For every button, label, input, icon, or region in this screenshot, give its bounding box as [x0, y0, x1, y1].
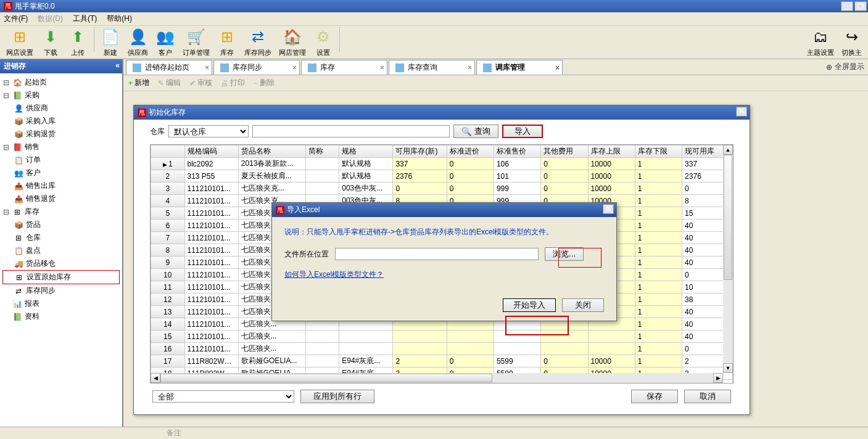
cell[interactable]: 10000: [588, 158, 635, 170]
cell[interactable]: 111210101...: [184, 318, 238, 330]
file-path-input[interactable]: [335, 248, 539, 260]
menu-item[interactable]: 工具(T): [73, 14, 97, 24]
restore-button[interactable]: ❐: [854, 1, 867, 11]
column-header[interactable]: 可用库存(新): [393, 146, 447, 158]
column-header[interactable]: 其他费用: [541, 146, 588, 158]
browse-button[interactable]: 浏览...: [545, 247, 584, 261]
action-新增[interactable]: +新增: [128, 78, 149, 88]
cell[interactable]: 111210101...: [184, 244, 238, 256]
cell[interactable]: 1: [635, 183, 682, 195]
cell[interactable]: 10000: [588, 355, 635, 367]
cell[interactable]: [305, 158, 339, 170]
cell[interactable]: 999: [494, 183, 540, 195]
scroll-up-icon[interactable]: ▲: [723, 145, 733, 155]
cell[interactable]: 4: [151, 195, 185, 207]
warehouse-select[interactable]: 默认仓库: [168, 125, 249, 137]
column-header[interactable]: 货品名称: [238, 146, 305, 158]
search-input[interactable]: [252, 125, 450, 137]
tree-item-货品移仓[interactable]: 🚚货品移仓: [2, 257, 120, 270]
cell[interactable]: 1: [635, 318, 682, 330]
cell[interactable]: [339, 330, 393, 343]
cell[interactable]: 1: [635, 256, 682, 269]
import-dialog-titlebar[interactable]: 甩 导入Excel ✕: [272, 203, 616, 217]
menu-item[interactable]: 文件(F): [4, 14, 28, 24]
action-编辑[interactable]: ✎编辑: [158, 78, 181, 88]
tree-item-采购[interactable]: ⊟📗采购: [2, 89, 120, 102]
tab-调库管理[interactable]: 调库管理×: [476, 60, 563, 75]
cell[interactable]: 1: [151, 158, 185, 170]
tree-item-订单[interactable]: 📋订单: [2, 154, 120, 166]
toolbar-供应商[interactable]: 👤供应商: [128, 27, 148, 57]
cell[interactable]: E94#灰底...: [339, 355, 393, 367]
table-row[interactable]: 16111210101...七匹狼夹...10: [151, 343, 733, 355]
cell[interactable]: 111210101...: [184, 293, 238, 306]
cell[interactable]: 1: [635, 232, 682, 244]
cell[interactable]: 17: [151, 355, 185, 367]
cell[interactable]: 111210101...: [184, 207, 238, 220]
fullscreen-toggle[interactable]: ⊕ 全屏显示: [826, 62, 864, 72]
cell[interactable]: 七匹狼夹克...: [238, 183, 305, 195]
cell[interactable]: 默认规格: [339, 158, 393, 170]
tab-close-icon[interactable]: ×: [380, 64, 384, 72]
dialog-titlebar[interactable]: 甩 初始化库存 ✕: [134, 105, 750, 120]
cell[interactable]: 0: [541, 183, 588, 195]
tree-item-采购退货[interactable]: 📦采购退货: [2, 128, 120, 141]
toolbar-库存[interactable]: ⊞库存: [217, 27, 237, 57]
cell[interactable]: [305, 170, 339, 183]
toolbar-库存同步[interactable]: ⇄库存同步: [244, 27, 271, 57]
tree-item-货品[interactable]: 📦货品: [2, 218, 120, 231]
cell[interactable]: 313 P55: [184, 170, 238, 183]
column-header[interactable]: 规格编码: [184, 146, 238, 158]
tree-item-销售出库[interactable]: 📤销售出库: [2, 179, 120, 192]
cell[interactable]: 111R802WE94S: [184, 355, 238, 367]
tree-item-库存同步[interactable]: ⇄库存同步: [2, 284, 120, 297]
cell[interactable]: 歌莉娅GOELIA...: [238, 355, 305, 367]
cell[interactable]: 2376: [393, 170, 447, 183]
import-dialog-close-button[interactable]: ✕: [603, 204, 614, 214]
tree-item-供应商[interactable]: 👤供应商: [2, 102, 120, 115]
cell[interactable]: 0: [393, 183, 447, 195]
column-header[interactable]: 库存上限: [588, 146, 635, 158]
minimize-button[interactable]: _: [841, 1, 853, 11]
tree-item-销售[interactable]: ⊟📕销售: [2, 141, 120, 154]
cell[interactable]: [541, 330, 588, 343]
cell[interactable]: [588, 330, 635, 343]
action-打印[interactable]: 🖨打印: [221, 78, 245, 88]
tree-item-客户[interactable]: 👥客户: [2, 166, 120, 179]
cell[interactable]: 0: [447, 355, 494, 367]
cell[interactable]: 111210101...: [184, 281, 238, 293]
cell[interactable]: 15: [151, 330, 185, 343]
cell[interactable]: 1: [635, 158, 682, 170]
cell[interactable]: 8: [151, 244, 185, 256]
cell[interactable]: 1: [635, 355, 682, 367]
tab-库存同步[interactable]: 库存同步×: [213, 60, 300, 75]
toolbar-切换主[interactable]: ↪切换主: [841, 27, 862, 57]
cell[interactable]: [305, 355, 339, 367]
cell[interactable]: 11: [151, 281, 185, 293]
scroll-left-icon[interactable]: ◀: [151, 373, 160, 383]
cell[interactable]: 1: [635, 281, 682, 293]
cell[interactable]: 默认规格: [339, 170, 393, 183]
cell[interactable]: 14: [151, 318, 185, 330]
scroll-down-icon[interactable]: ▼: [723, 363, 733, 373]
tab-库存[interactable]: 库存×: [301, 60, 387, 75]
cell[interactable]: 1: [635, 244, 682, 256]
menu-item[interactable]: 帮助(H): [107, 14, 132, 24]
cell[interactable]: 0: [541, 170, 588, 183]
cell[interactable]: 1: [635, 170, 682, 183]
cell[interactable]: 7: [151, 232, 185, 244]
tab-close-icon[interactable]: ×: [292, 64, 297, 72]
save-button[interactable]: 保存: [631, 390, 678, 403]
tree-item-库存[interactable]: ⊟⊞库存: [2, 205, 120, 218]
horizontal-scrollbar[interactable]: ◀ ▶: [151, 373, 723, 383]
cell[interactable]: 10000: [588, 183, 635, 195]
tree-item-仓库[interactable]: ⊞仓库: [2, 231, 120, 244]
table-row[interactable]: 1blc20922013春装新款...默认规格33701060100001337: [151, 158, 733, 170]
cell[interactable]: 111210101...: [184, 232, 238, 244]
action-审核[interactable]: ✔审核: [189, 78, 212, 88]
cell[interactable]: 0: [541, 158, 588, 170]
toolbar-客户[interactable]: 👥客户: [155, 27, 175, 57]
cell[interactable]: [541, 343, 588, 355]
tab-close-icon[interactable]: ×: [468, 64, 472, 72]
cell[interactable]: 10000: [588, 170, 635, 183]
